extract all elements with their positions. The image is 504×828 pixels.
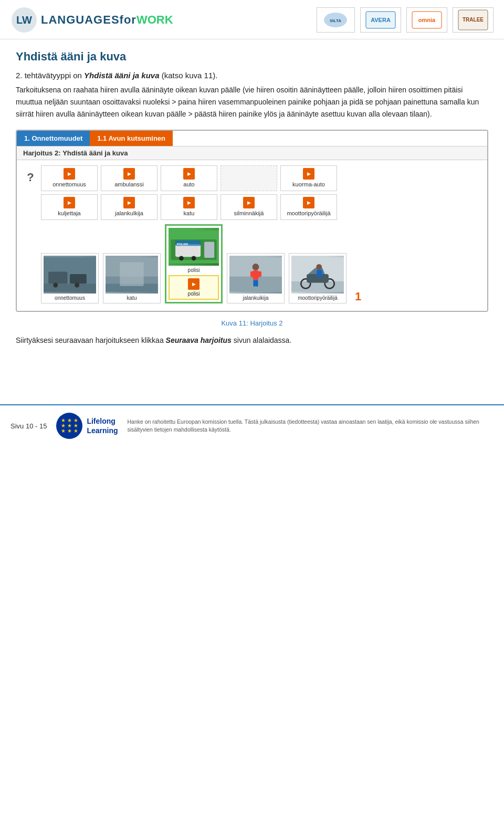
logo-area: LW LANGUAGESforWORK	[10, 6, 173, 34]
logo-icon: LW	[10, 6, 38, 34]
lifelong-line2: Learning	[87, 426, 118, 435]
word-card-auto[interactable]: auto	[161, 165, 217, 191]
image-label: polisi	[169, 267, 219, 273]
word-card-empty	[220, 165, 277, 191]
word-label: jalankulkija	[103, 210, 155, 216]
svg-rect-32	[250, 271, 254, 277]
page-title: Yhdistä ääni ja kuva	[16, 50, 488, 64]
word-label: kuljettaja	[44, 210, 95, 216]
question-mark: ?	[23, 165, 38, 184]
word-label: kuorma-auto	[283, 181, 334, 187]
audio-icon[interactable]	[303, 168, 314, 180]
instruction-suffix: sivun alalaidassa.	[232, 336, 291, 344]
word-card-ambulanssi[interactable]: ambulanssi	[101, 165, 158, 191]
scene-image	[229, 256, 282, 294]
logo-accent: WORK	[136, 13, 173, 27]
scene-image: POLIISI	[169, 228, 219, 266]
image-label: onnettomuus	[44, 295, 96, 301]
svg-rect-35	[256, 280, 258, 287]
polisi-audio-icon[interactable]	[188, 278, 200, 290]
word-card-jalankulkija[interactable]: jalankulkija	[101, 194, 158, 220]
widget-subheader: Harjoitus 2: Yhdistä ääni ja kuva	[17, 146, 487, 160]
svg-point-14	[53, 283, 58, 288]
svg-rect-22	[175, 244, 201, 257]
widget-header-section: 1. Onnettomuudet	[17, 131, 90, 146]
eu-logo: ★ ★ ★★ ★ ★★ ★ ★	[56, 413, 82, 439]
partner-tralee: TRALEE	[453, 7, 494, 33]
scene-image	[106, 256, 158, 294]
audio-icon[interactable]	[183, 168, 195, 180]
widget-header: 1. Onnettomuudet 1.1 Avun kutsuminen	[17, 131, 487, 146]
word-card-kuorma-auto[interactable]: kuorma-auto	[280, 165, 337, 191]
figure-caption: Kuva 11: Harjoitus 2	[16, 319, 488, 327]
audio-icon[interactable]	[183, 197, 195, 208]
word-label: auto	[163, 181, 215, 187]
partner-omnia: omnia	[406, 7, 447, 33]
word-label: ambulanssi	[103, 181, 155, 187]
svg-rect-12	[70, 274, 87, 284]
scene-image	[44, 256, 96, 294]
footer: Sivu 10 - 15 ★ ★ ★★ ★ ★★ ★ ★ Lifelong Le…	[0, 404, 504, 446]
word-card-moottoripyorailija[interactable]: moottoripyöräilijä	[280, 194, 337, 220]
task-type-bold: Yhdistä ääni ja kuva	[84, 71, 159, 80]
svg-text:SILTA: SILTA	[330, 18, 341, 23]
logo-main: LANGUAGESfor	[41, 13, 136, 27]
svg-rect-33	[258, 271, 261, 277]
exercise-widget: 1. Onnettomuudet 1.1 Avun kutsuminen Har…	[16, 130, 488, 312]
audio-icon[interactable]	[123, 197, 135, 208]
svg-point-26	[192, 256, 196, 261]
image-cell-onnettomuus[interactable]: onnettomuus	[41, 253, 99, 303]
scene-image	[291, 256, 344, 294]
image-cell-katu[interactable]: katu	[103, 253, 161, 303]
audio-icon[interactable]	[303, 197, 314, 208]
footer-page-number: Sivu 10 - 15	[10, 422, 47, 430]
image-label: jalankuikija	[229, 295, 282, 301]
partner-silta: SILTA	[317, 7, 355, 33]
word-label: moottoripyöräilijä	[283, 210, 334, 216]
image-cell-polisi[interactable]: POLIISI polisi polisi	[165, 224, 223, 303]
word-card-kuljettaja[interactable]: kuljettaja	[41, 194, 98, 220]
word-label: silminnäkijä	[223, 210, 275, 216]
partner-avera: AVERA	[360, 7, 401, 33]
svg-point-15	[75, 283, 79, 288]
footer-disclaimer: Hanke on rahoitettu Euroopan komission t…	[128, 418, 494, 435]
instruction-text: Siirtyäksesi seuraavaan harjoitukseen kl…	[16, 334, 488, 347]
partner-logos: SILTA AVERA omnia TRALEE	[317, 7, 494, 33]
svg-text:TRALEE: TRALEE	[463, 17, 484, 23]
svg-rect-27	[204, 242, 214, 258]
widget-header-subsection: 1.1 Avun kutsuminen	[90, 131, 173, 146]
svg-rect-43	[317, 270, 322, 277]
svg-text:LW: LW	[16, 14, 32, 26]
svg-text:POLIISI: POLIISI	[177, 243, 188, 246]
subheader-label: Harjoitus 2:	[23, 149, 61, 157]
page-header: LW LANGUAGESforWORK SILTA AVERA omnia	[0, 0, 504, 39]
image-cell-jalankulkija[interactable]: jalankuikija	[227, 253, 285, 303]
word-card-onnettomuus[interactable]: onnettomuus	[41, 165, 98, 191]
audio-icon[interactable]	[123, 168, 135, 180]
svg-point-30	[253, 264, 259, 270]
svg-point-25	[179, 256, 184, 261]
word-card-katu[interactable]: katu	[161, 194, 217, 220]
body-text: Tarkoituksena on raahata hiiren avulla ä…	[16, 84, 488, 120]
word-label: onnettomuus	[44, 181, 95, 187]
image-cell-moottoripyorailija[interactable]: moottoripyöräilijä	[289, 253, 346, 303]
svg-rect-34	[253, 280, 256, 287]
word-card-silminnakija[interactable]: silminnäkijä	[220, 194, 277, 220]
lifelong-learning-text: Lifelong Learning	[87, 416, 118, 435]
audio-icon[interactable]	[64, 168, 75, 180]
polisi-card-label: polisi	[172, 291, 216, 297]
audio-icon[interactable]	[64, 197, 75, 208]
instruction-italic: Seuraava harjoitus	[166, 336, 232, 344]
svg-rect-19	[120, 263, 143, 286]
task-type-prefix: tehtävätyyppi on	[25, 71, 84, 80]
task-number-line: 2. tehtävätyyppi on Yhdistä ääni ja kuva…	[16, 71, 488, 80]
svg-rect-13	[44, 284, 96, 292]
widget-body: ? onnettomuus ambulanssi aut	[17, 160, 487, 311]
eu-stars: ★ ★ ★★ ★ ★★ ★ ★	[61, 418, 78, 434]
image-label: katu	[106, 295, 158, 301]
footer-logo: ★ ★ ★★ ★ ★★ ★ ★ Lifelong Learning	[56, 413, 118, 439]
main-content: Yhdistä ääni ja kuva 2. tehtävätyyppi on…	[0, 39, 504, 373]
audio-icon[interactable]	[243, 197, 255, 208]
word-label: katu	[163, 210, 215, 216]
subheader-text: Yhdistä ääni ja kuva	[62, 149, 128, 157]
